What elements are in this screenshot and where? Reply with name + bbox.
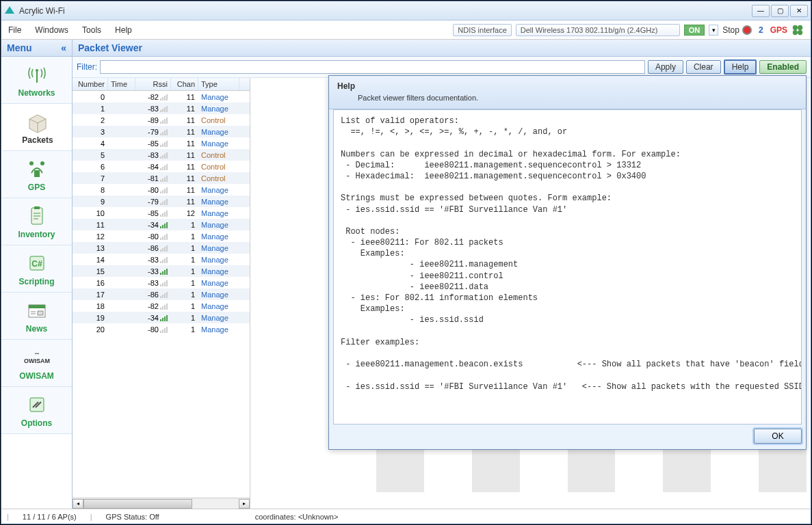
sidebar-item-packets[interactable]: Packets [1,104,72,151]
clover-icon[interactable] [791,24,804,36]
menu-windows[interactable]: Windows [35,25,68,35]
table-row[interactable]: 6-8411Control [73,161,250,172]
ok-button[interactable]: OK [754,429,802,444]
table-row[interactable]: 3-7911Manage [73,126,250,137]
svg-point-2 [798,25,802,29]
table-row[interactable]: 8-8011Manage [73,184,250,196]
table-header: Number Time Rssi Chan Type [73,78,250,91]
sidebar-item-scripting[interactable]: C#Scripting [1,245,72,293]
sidebar: Menu « NetworksPacketsGPSInventoryC#Scri… [1,40,73,509]
sidebar-item-label: Inventory [18,230,55,239]
capture-on-badge[interactable]: ON [684,25,705,36]
packet-count: 2 [759,25,763,35]
minimize-button[interactable]: — [752,5,770,17]
scroll-left-icon[interactable]: ◂ [73,499,83,509]
interface-select[interactable]: Dell Wireless 1703 802.11b/g/n (2.4GHz) [516,24,680,36]
sidebar-item-networks[interactable]: Networks [1,57,72,104]
sidebar-item-label: Networks [18,88,55,98]
sidebar-item-gps[interactable]: GPS [1,151,72,198]
clear-button[interactable]: Clear [686,60,721,74]
svg-point-1 [793,25,798,29]
menubar: File Windows Tools Help NDIS interface D… [1,21,811,40]
signal-icon [160,105,168,112]
menu-file[interactable]: File [8,25,21,35]
viewer-title: Packet Viewer [73,40,811,57]
background-pattern [328,450,807,492]
main-panel: Packet Viewer Filter: Apply Clear Help E… [73,40,811,509]
filter-input[interactable] [100,60,645,74]
filter-label: Filter: [77,62,97,72]
help-dialog-body[interactable]: List of valid operators: ==, !=, <, >, <… [333,109,802,425]
help-button[interactable]: Help [724,59,757,75]
table-row[interactable]: 19-341Manage [73,312,250,323]
col-chan[interactable]: Chan [171,78,198,90]
antenna-icon [23,62,51,87]
app-window: Acrylic Wi-Fi — ▢ ✕ File Windows Tools H… [1,1,811,524]
sidebar-item-options[interactable]: Options [1,387,72,434]
table-row[interactable]: 18-821Manage [73,300,250,312]
svg-marker-0 [5,6,14,14]
menu-tools[interactable]: Tools [82,25,101,35]
col-time[interactable]: Time [108,78,135,90]
enabled-button[interactable]: Enabled [759,60,807,74]
table-row[interactable]: 13-861Manage [73,242,250,254]
table-row[interactable]: 20-801Manage [73,323,250,335]
table-row[interactable]: 0-8211Manage [73,91,250,103]
svg-point-4 [798,30,802,35]
sidebar-item-label: Scripting [18,277,54,286]
apply-button[interactable]: Apply [648,60,683,74]
table-row[interactable]: 14-831Manage [73,254,250,265]
table-row[interactable]: 17-861Manage [73,288,250,300]
box-icon [24,109,51,134]
col-number[interactable]: Number [73,78,108,90]
sidebar-item-inventory[interactable]: Inventory [1,198,72,245]
capture-dropdown[interactable]: ▾ [709,25,718,36]
app-icon [4,5,15,16]
news-icon [23,298,51,323]
sidebar-item-label: OWISAM [19,371,54,381]
owisam-icon: •••OWISAM [23,345,51,370]
signal-icon [160,187,168,193]
svg-text:OWISAM: OWISAM [24,358,50,364]
signal-icon [160,256,168,263]
table-row[interactable]: 11-341Manage [73,219,250,230]
titlebar[interactable]: Acrylic Wi-Fi — ▢ ✕ [1,1,811,21]
table-row[interactable]: 7-8111Control [73,172,250,184]
table-row[interactable]: 5-8311Control [73,149,250,161]
sidebar-item-label: News [26,324,47,334]
sidebar-item-owisam[interactable]: •••OWISAMOWISAM [1,340,72,387]
collapse-icon[interactable]: « [61,42,66,53]
table-row[interactable]: 12-801Manage [73,230,250,242]
svg-rect-10 [34,206,40,209]
status-coords: coordinates: <Unknown> [255,513,339,521]
sidebar-item-news[interactable]: News [1,293,72,340]
table-row[interactable]: 9-7911Manage [73,196,250,207]
gps-indicator[interactable]: GPS [770,25,787,35]
col-rssi[interactable]: Rssi [135,78,171,90]
svg-rect-14 [29,305,45,308]
horizontal-scrollbar[interactable]: ◂ ▸ [73,498,250,509]
svg-point-3 [793,30,798,35]
close-button[interactable]: ✕ [790,5,808,17]
sidebar-title: Menu [7,42,32,53]
table-row[interactable]: 15-331Manage [73,265,250,277]
svg-text:•••: ••• [34,351,38,355]
menu-help[interactable]: Help [115,25,132,35]
stop-label: Stop [722,25,739,35]
scroll-thumb[interactable] [83,499,192,509]
col-type[interactable]: Type [198,78,239,90]
table-row[interactable]: 4-8511Manage [73,137,250,149]
scroll-right-icon[interactable]: ▸ [239,499,250,509]
table-row[interactable]: 16-831Manage [73,277,250,288]
stop-button[interactable]: Stop [722,25,752,35]
signal-icon [160,175,168,182]
signal-icon [160,233,168,240]
maximize-button[interactable]: ▢ [771,5,789,17]
table-row[interactable]: 2-8911Control [73,114,250,126]
signal-icon [160,198,168,205]
table-row[interactable]: 1-8311Manage [73,103,250,114]
interface-type[interactable]: NDIS interface [453,24,512,36]
table-row[interactable]: 10-8512Manage [73,207,250,219]
signal-icon [160,303,168,310]
sidebar-header[interactable]: Menu « [1,40,72,57]
